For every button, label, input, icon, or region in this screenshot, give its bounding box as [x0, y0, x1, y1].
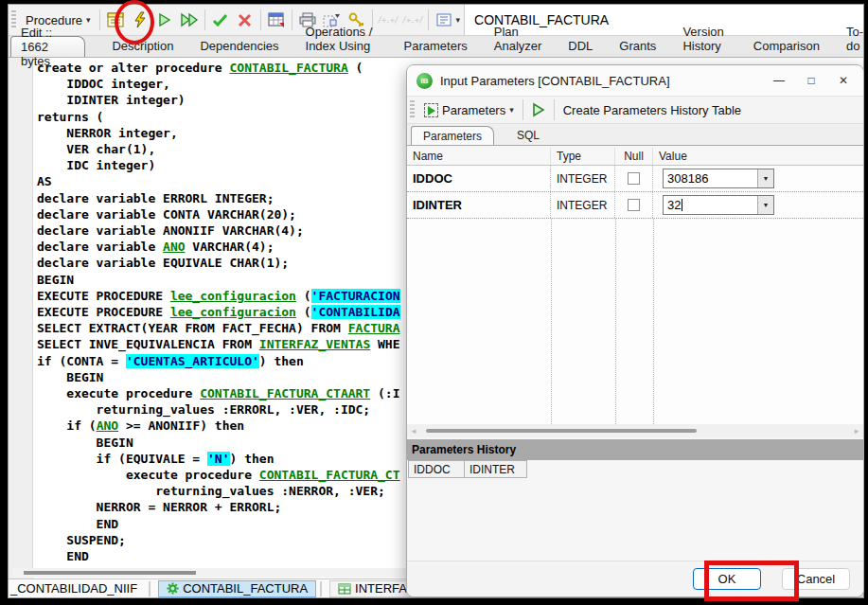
dialog-titlebar[interactable]: IB Input Parameters [CONTABIL_FACTURA] —… [407, 65, 863, 96]
tab-comparison[interactable]: Comparison [753, 39, 820, 57]
cancel-button[interactable]: Cancel [782, 568, 850, 590]
parameters-history-header: Parameters History [407, 439, 863, 460]
procedure-gear-icon [167, 582, 179, 595]
ok-button[interactable]: OK [693, 568, 761, 590]
value-combo-iddoc[interactable]: 308186 ▼ [663, 169, 774, 188]
text-cursor [682, 199, 682, 211]
tab-description[interactable]: Description [112, 39, 173, 57]
comment-button[interactable]: /+.+/ [376, 8, 400, 32]
column-header-null[interactable]: Null [615, 148, 653, 165]
tab-dependencies[interactable]: Dependencies [200, 39, 278, 57]
tab-to-do[interactable]: To-do [846, 25, 863, 57]
toolbar-separator [99, 9, 100, 30]
tab-plan-analyzer[interactable]: Plan Analyzer [494, 25, 542, 57]
combo-arrow-icon: ▼ [763, 175, 770, 182]
screen: Procedure ▾ [0, 0, 868, 605]
uncomment-button[interactable]: /+.+/ [400, 8, 425, 32]
grid-header: Name Type Null Value [407, 148, 863, 166]
dialog-tab-parameters[interactable]: Parameters [411, 126, 494, 145]
column-header-type[interactable]: Type [551, 148, 615, 165]
dialog-toolbar: Parameters ▾ Create Parameters History T… [407, 96, 863, 124]
history-column-iddoc[interactable]: IDDOC [408, 460, 465, 478]
dialog-tab-bar: Parameters SQL [407, 124, 863, 146]
toolbar-separator [523, 99, 523, 120]
outline-icon [436, 13, 452, 27]
null-checkbox[interactable] [628, 199, 640, 211]
x-icon [238, 13, 252, 27]
run-icon [158, 12, 171, 27]
grid-column-line [615, 219, 616, 424]
tab-parameters[interactable]: Parameters [404, 39, 468, 57]
object-tab-contabilidad-niif[interactable]: _CONTABILIDAD_NIIF [3, 580, 145, 597]
commit-button[interactable] [208, 8, 233, 32]
grid-hscrollbar-thumb[interactable] [426, 429, 697, 433]
execute-procedure-button[interactable] [526, 98, 551, 122]
main-toolbar: Procedure ▾ [9, 5, 863, 36]
close-icon: ✕ [839, 74, 848, 87]
parameters-grid: Name Type Null Value IDDOC INTEGER 30818… [407, 148, 863, 424]
parameters-history-table: IDDOC IDINTER [408, 460, 527, 478]
table-icon [338, 583, 351, 595]
show-data-grid-button[interactable] [264, 8, 289, 32]
maximize-icon: □ [807, 74, 814, 87]
check-icon [212, 13, 228, 27]
grid-column-line [653, 219, 654, 424]
grid-empty-area [407, 219, 863, 424]
execute-button[interactable] [128, 8, 152, 32]
column-header-name[interactable]: Name [407, 148, 551, 165]
tab-version-history[interactable]: Version History [682, 25, 726, 57]
minimize-icon: — [773, 74, 785, 87]
rollback-button[interactable] [233, 8, 257, 32]
editor-hscrollbar-thumb[interactable] [24, 571, 196, 575]
scroll-right-icon[interactable]: ▸ [850, 426, 863, 436]
close-button[interactable]: ✕ [827, 65, 859, 96]
object-tab-separator [149, 581, 151, 596]
form-view-button[interactable] [103, 8, 128, 32]
toolbar-separator [428, 9, 429, 30]
history-column-idinter[interactable]: IDINTER [465, 460, 527, 478]
maximize-button[interactable]: □ [795, 65, 827, 96]
tab-operations-index-using[interactable]: Operations / Index Using [306, 25, 378, 57]
object-tab-contabil-factura[interactable]: CONTABIL_FACTURA [158, 580, 316, 597]
object-tab-separator [320, 581, 322, 596]
toolbar-grip[interactable] [11, 10, 16, 29]
uncomment-icon: /+.+/ [401, 15, 422, 25]
editor-tab-bar: Edit :: 1662 bytes Description Dependenc… [9, 36, 863, 58]
create-parameters-history-button[interactable]: Create Parameters History Table [558, 100, 747, 120]
data-grid-icon [268, 12, 285, 28]
execute-lightning-icon [133, 11, 148, 28]
scroll-left-icon[interactable]: ◂ [407, 426, 420, 436]
form-icon [107, 12, 124, 27]
comment-icon: /+.+/ [377, 15, 398, 25]
toolbar-separator [260, 9, 261, 30]
minimize-button[interactable]: — [763, 65, 795, 96]
column-header-value[interactable]: Value [653, 148, 863, 165]
dialog-tab-sql[interactable]: SQL [517, 129, 540, 145]
parameters-icon [424, 103, 438, 117]
run-all-icon [180, 12, 199, 27]
value-combo-idinter[interactable]: 32 ▼ [663, 195, 774, 215]
outline-view-button[interactable] [432, 8, 456, 32]
tab-grants[interactable]: Grants [619, 39, 656, 57]
parameters-menu-button[interactable]: Parameters ▾ [418, 100, 520, 120]
null-checkbox[interactable] [628, 172, 640, 185]
dialog-button-bar: OK Cancel [407, 561, 863, 596]
parameter-row-idinter[interactable]: IDINTER INTEGER 32 ▼ [407, 192, 863, 219]
input-parameters-dialog: IB Input Parameters [CONTABIL_FACTURA] —… [406, 64, 864, 597]
parameter-row-iddoc[interactable]: IDDOC INTEGER 308186 ▼ [407, 166, 863, 192]
chevron-down-icon: ▾ [86, 15, 91, 25]
combo-dropdown-button[interactable]: ▼ [757, 169, 773, 187]
run-icon [532, 102, 545, 117]
run-all-button[interactable] [177, 8, 202, 32]
tab-ddl[interactable]: DDL [568, 39, 593, 57]
ibexpert-icon: IB [416, 73, 433, 89]
tab-edit[interactable]: Edit :: 1662 bytes [10, 36, 85, 57]
combo-dropdown-button[interactable]: ▼ [757, 196, 773, 214]
toolbar-separator [554, 99, 555, 120]
dialog-toolbar-grip[interactable] [410, 100, 415, 119]
toolbar-separator [292, 9, 292, 30]
grid-hscrollbar[interactable]: ◂ ▸ [407, 424, 863, 437]
dialog-title: Input Parameters [CONTABIL_FACTURA] [440, 74, 763, 88]
run-button[interactable] [152, 8, 177, 32]
chevron-down-icon[interactable]: ▾ [456, 15, 461, 25]
